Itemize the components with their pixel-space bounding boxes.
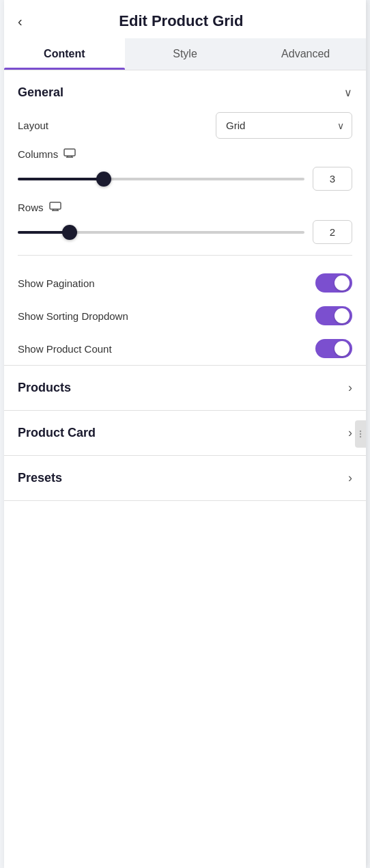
- sorting-toggle-knob: [335, 308, 350, 323]
- presets-section[interactable]: Presets ›: [18, 456, 352, 500]
- columns-fill: [18, 178, 104, 180]
- svg-rect-0: [64, 149, 75, 156]
- sorting-label: Show Sorting Dropdown: [18, 310, 128, 322]
- columns-input[interactable]: [313, 167, 352, 191]
- columns-section: Columns: [18, 148, 352, 191]
- rows-monitor-icon: [49, 202, 61, 213]
- product-card-title: Product Card: [18, 426, 96, 440]
- layout-select-wrapper: Grid List Masonry ∨: [216, 112, 352, 139]
- rows-input[interactable]: [313, 220, 352, 244]
- divider-1: [18, 255, 352, 256]
- product-card-chevron-icon: ›: [348, 426, 352, 440]
- product-card-section[interactable]: Product Card ›: [18, 411, 352, 455]
- count-toggle-row: Show Product Count: [18, 332, 352, 365]
- section-divider-4: [4, 500, 366, 501]
- svg-point-10: [360, 436, 361, 437]
- rows-section: Rows: [18, 202, 352, 244]
- columns-thumb[interactable]: [96, 172, 111, 187]
- columns-monitor-icon: [63, 148, 76, 160]
- count-toggle-knob: [335, 341, 350, 356]
- count-label: Show Product Count: [18, 343, 112, 355]
- layout-label: Layout: [18, 120, 48, 131]
- pagination-toggle-knob: [335, 275, 350, 290]
- svg-point-8: [360, 431, 361, 432]
- tab-style[interactable]: Style: [125, 38, 246, 70]
- rows-label: Rows: [18, 202, 44, 213]
- rows-thumb[interactable]: [62, 225, 77, 240]
- general-chevron-icon: ∨: [344, 86, 352, 99]
- presets-title: Presets: [18, 471, 62, 485]
- products-chevron-icon: ›: [348, 381, 352, 395]
- svg-rect-4: [50, 202, 61, 209]
- tab-advanced[interactable]: Advanced: [245, 38, 366, 70]
- rows-track: [18, 231, 304, 234]
- pagination-toggle[interactable]: [315, 273, 352, 293]
- products-section[interactable]: Products ›: [18, 366, 352, 410]
- main-content: General ∨ Layout Grid List Masonry ∨ Col…: [4, 70, 366, 365]
- pagination-toggle-row: Show Pagination: [18, 267, 352, 299]
- rows-label-row: Rows: [18, 202, 352, 213]
- tab-content[interactable]: Content: [4, 38, 125, 70]
- products-title: Products: [18, 381, 71, 395]
- columns-slider-row: [18, 167, 352, 191]
- sorting-toggle[interactable]: [315, 306, 352, 325]
- resize-handle[interactable]: [355, 420, 366, 448]
- count-toggle[interactable]: [315, 339, 352, 358]
- presets-chevron-icon: ›: [348, 471, 352, 485]
- columns-track: [18, 178, 304, 180]
- back-button[interactable]: ‹: [18, 14, 23, 28]
- tabs-container: Content Style Advanced: [4, 38, 366, 70]
- page-title: Edit Product Grid: [31, 12, 332, 30]
- layout-select[interactable]: Grid List Masonry: [216, 112, 352, 139]
- columns-label: Columns: [18, 148, 58, 160]
- panel-header: ‹ Edit Product Grid: [4, 0, 366, 30]
- general-title: General: [18, 85, 63, 100]
- rows-slider-row: [18, 220, 352, 244]
- pagination-label: Show Pagination: [18, 277, 95, 289]
- svg-point-9: [360, 433, 361, 435]
- general-section-header[interactable]: General ∨: [18, 70, 352, 112]
- columns-label-row: Columns: [18, 148, 352, 160]
- sorting-toggle-row: Show Sorting Dropdown: [18, 299, 352, 332]
- layout-row: Layout Grid List Masonry ∨: [18, 112, 352, 139]
